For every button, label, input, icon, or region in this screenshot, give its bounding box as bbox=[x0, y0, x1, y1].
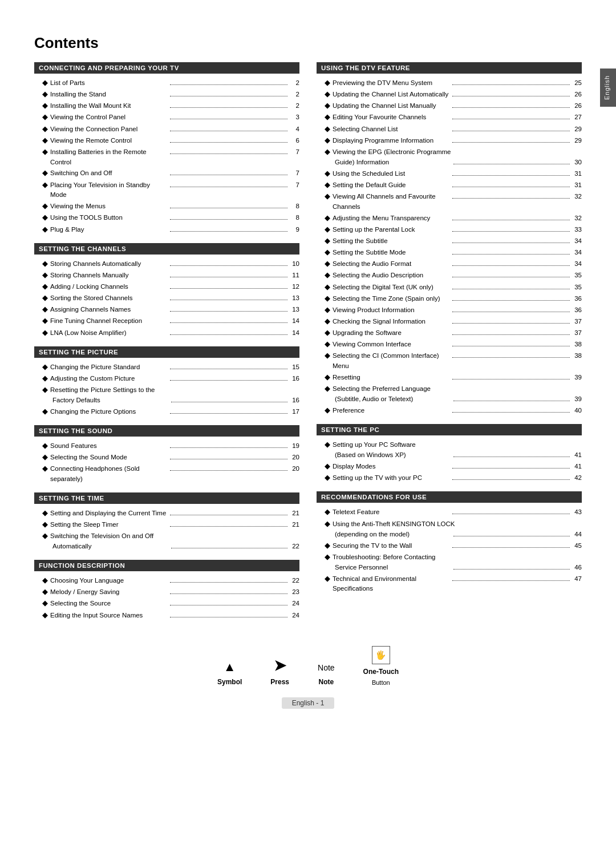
toc-item-single: ◆Selecting the Time Zone (Spain only)36 bbox=[323, 293, 582, 304]
toc-dots bbox=[452, 254, 570, 255]
toc-label: Installing the Stand bbox=[50, 90, 168, 100]
toc-text-wrap: Sound Features19 bbox=[50, 441, 299, 451]
toc-item-single: ◆Securing the TV to the Wall45 bbox=[323, 540, 582, 551]
toc-dots bbox=[452, 198, 570, 199]
toc-item: ◆Plug & Play9 bbox=[34, 224, 299, 235]
toc-text-wrap: Changing the Picture Options17 bbox=[50, 407, 299, 417]
toc-label: Teletext Feature bbox=[333, 507, 451, 518]
toc-page: 40 bbox=[572, 406, 582, 416]
toc-bullet: ◆ bbox=[325, 224, 330, 235]
toc-item-single: ◆List of Parts2 bbox=[41, 77, 299, 88]
toc-text-wrap: Teletext Feature43 bbox=[333, 507, 582, 518]
toc-text-wrap: Viewing All Channels and Favourite Chann… bbox=[333, 192, 582, 212]
toc-dots bbox=[170, 175, 288, 175]
toc-dots bbox=[452, 312, 570, 312]
toc-item: ◆Viewing the Menus8 bbox=[34, 200, 299, 212]
toc-text-wrap: Selecting the Source24 bbox=[50, 599, 299, 609]
toc-dots bbox=[170, 515, 288, 515]
toc-dots bbox=[452, 265, 570, 266]
toc-page: 38 bbox=[572, 340, 582, 350]
press-label: Press bbox=[270, 678, 289, 686]
toc-page: 43 bbox=[572, 507, 582, 518]
toc-page: 29 bbox=[572, 136, 582, 146]
toc-item: ◆Assigning Channels Names13 bbox=[34, 304, 299, 315]
toc-item-single: ◆Setting up the TV with your PC42 bbox=[323, 472, 582, 483]
toc-page: 34 bbox=[572, 236, 582, 247]
toc-item-single: ◆Plug & Play9 bbox=[41, 224, 299, 235]
toc-bullet: ◆ bbox=[42, 179, 48, 191]
toc-item-single: ◆Viewing Product Information36 bbox=[323, 304, 582, 316]
toc-item-single: ◆Storing Channels Automatically10 bbox=[41, 258, 299, 269]
toc-dots bbox=[452, 107, 570, 108]
toc-text-wrap: Updating the Channel List Manually26 bbox=[333, 101, 582, 111]
toc-text-wrap: Selecting the Audio Format34 bbox=[333, 259, 582, 269]
section-picture: SETTING THE PICTURE◆Changing the Picture… bbox=[34, 346, 299, 417]
toc-item-single: ◆Setting the Default Guide31 bbox=[323, 179, 582, 191]
toc-item: ◆Viewing Common Interface38 bbox=[317, 338, 582, 350]
toc-label: Sound Features bbox=[50, 441, 168, 451]
toc-item: ◆Viewing Product Information36 bbox=[317, 304, 582, 316]
toc-item-single: ◆Sorting the Stored Channels13 bbox=[41, 292, 299, 304]
toc-text-wrap: Storing Channels Manually11 bbox=[50, 270, 299, 281]
toc-item-single: ◆Selecting the Source24 bbox=[41, 597, 299, 609]
toc-dots bbox=[452, 289, 570, 289]
toc-bullet: ◆ bbox=[42, 167, 48, 179]
toc-dots bbox=[170, 265, 288, 266]
toc-item: ◆Updating the Channel List Automatically… bbox=[317, 88, 582, 100]
toc-item: ◆Editing Your Favourite Channels27 bbox=[317, 111, 582, 123]
toc-text-wrap: Assigning Channels Names13 bbox=[50, 305, 299, 315]
right-column: USING THE DTV FEATURE◆Previewing the DTV… bbox=[317, 62, 582, 629]
toc-bullet: ◆ bbox=[42, 123, 48, 135]
toc-item: ◆Setting the Default Guide31 bbox=[317, 179, 582, 191]
toc-text-wrap: Installing Batteries in the Remote Contr… bbox=[50, 147, 299, 168]
toc-page: 32 bbox=[572, 213, 582, 224]
toc-text-wrap: Selecting the Sound Mode20 bbox=[50, 453, 299, 463]
toc-item-single: ◆Using the Scheduled List31 bbox=[323, 168, 582, 179]
toc-dots bbox=[171, 548, 288, 548]
toc-bullet: ◆ bbox=[42, 373, 48, 384]
note-icon: Note bbox=[318, 663, 335, 672]
toc-label: Selecting Channel List bbox=[333, 124, 451, 135]
toc-bullet: ◆ bbox=[42, 111, 48, 123]
toc-item-single: ◆Setting the Subtitle Mode34 bbox=[323, 247, 582, 258]
toc-dots bbox=[452, 357, 570, 358]
toc-item: ◆Viewing the EPG (Electronic ProgrammeGu… bbox=[317, 146, 582, 168]
toc-text-wrap: Editing the Input Source Names24 bbox=[50, 611, 299, 621]
toc-item-line1: ◆Switching the Television On and Off bbox=[41, 530, 299, 542]
toc-item: ◆Upgrading the Software37 bbox=[317, 327, 582, 338]
toc-page: 30 bbox=[572, 158, 582, 168]
legend-press: ➤ Press bbox=[270, 657, 289, 686]
toc-page: 4 bbox=[289, 124, 299, 135]
toc-page: 42 bbox=[572, 473, 582, 483]
page-title: Contents bbox=[34, 34, 582, 52]
toc-item: ◆Setting up the Parental Lock33 bbox=[317, 224, 582, 235]
toc-bullet: ◆ bbox=[325, 327, 330, 338]
toc-label: Updating the Channel List Manually bbox=[333, 101, 451, 111]
toc-text-wrap: Setting the Sleep Timer21 bbox=[50, 520, 299, 530]
toc-item: ◆Fine Tuning Channel Reception14 bbox=[34, 315, 299, 326]
toc-item-single: ◆Technical and Environmental Specificati… bbox=[323, 573, 582, 595]
toc-text-wrap: Viewing Common Interface38 bbox=[333, 340, 582, 350]
toc-item-single: ◆Using the TOOLS Button8 bbox=[41, 212, 299, 223]
section-function: FUNCTION DESCRIPTION◆Choosing Your Langu… bbox=[34, 560, 299, 621]
toc-page: 34 bbox=[572, 259, 582, 269]
onetouch-icon: 🖐 bbox=[372, 646, 390, 664]
section-header-pc: SETTING THE PC bbox=[317, 424, 582, 435]
toc-bullet: ◆ bbox=[325, 191, 330, 202]
toc-dots bbox=[170, 277, 288, 277]
toc-dots bbox=[170, 288, 288, 289]
toc-text-wrap: Viewing the Remote Control6 bbox=[50, 136, 299, 146]
toc-label: Choosing Your Language bbox=[50, 576, 168, 586]
toc-dots bbox=[452, 479, 570, 480]
toc-text-wrap: Selecting the Time Zone (Spain only)36 bbox=[333, 294, 582, 304]
toc-page: 10 bbox=[289, 259, 299, 269]
toc-label: List of Parts bbox=[50, 78, 168, 88]
toc-text-wrap: Setting the Default Guide31 bbox=[333, 180, 582, 191]
toc-dots bbox=[170, 84, 288, 85]
toc-bullet: ◆ bbox=[325, 258, 330, 269]
toc-item: ◆Setting and Displaying the Current Time… bbox=[34, 507, 299, 519]
toc-item-line1: ◆Resetting the Picture Settings to the bbox=[41, 384, 299, 395]
toc-item-single: ◆Selecting the CI (Common Interface) Men… bbox=[323, 350, 582, 371]
toc-item: ◆Installing Batteries in the Remote Cont… bbox=[34, 146, 299, 168]
toc-label-cont: (depending on the model) bbox=[335, 530, 452, 540]
